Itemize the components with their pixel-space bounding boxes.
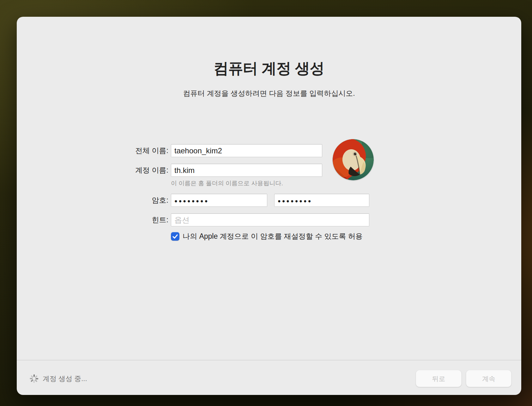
password-label: 암호: xyxy=(17,194,168,207)
back-button[interactable]: 뒤로 xyxy=(416,370,462,387)
allow-reset-label: 나의 Apple 계정으로 이 암호를 재설정할 수 있도록 허용 xyxy=(183,231,363,241)
account-name-help: 이 이름은 홈 폴더의 이름으로 사용됩니다. xyxy=(171,179,283,188)
full-name-input[interactable] xyxy=(171,144,322,157)
account-name-label: 계정 이름: xyxy=(17,164,168,177)
password-verify-input[interactable] xyxy=(274,194,369,207)
parrot-avatar-image xyxy=(333,139,374,180)
continue-button[interactable]: 계속 xyxy=(466,370,511,387)
progress-spinner-icon xyxy=(29,374,39,383)
full-name-label: 전체 이름: xyxy=(17,144,168,157)
account-avatar[interactable] xyxy=(333,139,374,180)
status-text: 계정 생성 중... xyxy=(43,374,87,383)
hint-input[interactable] xyxy=(171,213,369,226)
allow-reset-checkbox[interactable] xyxy=(171,232,179,241)
allow-reset-row: 나의 Apple 계정으로 이 암호를 재설정할 수 있도록 허용 xyxy=(171,231,363,241)
hint-label: 힌트: xyxy=(17,213,168,226)
account-name-input[interactable] xyxy=(171,164,322,177)
checkmark-icon xyxy=(172,234,178,239)
page-title: 컴퓨터 계정 생성 xyxy=(17,58,521,78)
setup-assistant-window: 컴퓨터 계정 생성 컴퓨터 계정을 생성하려면 다음 정보를 입력하십시오. 전… xyxy=(17,17,521,395)
page-subtitle: 컴퓨터 계정을 생성하려면 다음 정보를 입력하십시오. xyxy=(17,89,521,98)
password-input[interactable] xyxy=(171,194,267,207)
footer-divider xyxy=(17,360,521,360)
